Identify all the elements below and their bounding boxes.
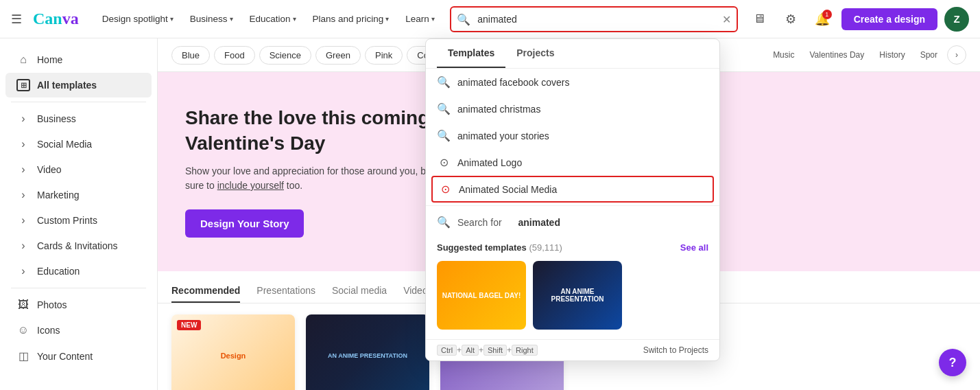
nav-center: 🔍 ✕ — [442, 6, 747, 32]
filter-tag-food[interactable]: Food — [214, 46, 255, 65]
search-icon: 🔍 — [437, 76, 451, 89]
dropdown-tab-projects[interactable]: Projects — [505, 39, 565, 68]
suggestion-animated-stories[interactable]: 🔍 animated your stories — [426, 122, 719, 149]
search-icon: 🔍 — [437, 216, 451, 229]
tab-presentations[interactable]: Presentations — [256, 279, 315, 303]
chevron-right-icon: › — [16, 113, 30, 125]
filter-tag-science[interactable]: Science — [259, 46, 311, 65]
search-clear-icon[interactable]: ✕ — [722, 12, 731, 25]
sidebar-item-social-media[interactable]: › Social Media — [5, 132, 152, 157]
nav-design-spotlight[interactable]: Design spotlight ▾ — [95, 10, 180, 28]
filter-tag-green[interactable]: Green — [315, 46, 361, 65]
nav-left: ☰ Canva Design spotlight ▾ Business ▾ Ed… — [11, 10, 442, 28]
sidebar-item-cards-invitations[interactable]: › Cards & Invitations — [5, 233, 152, 258]
suggested-header: Suggested templates (59,111) See all — [426, 236, 719, 257]
switch-to-projects-link[interactable]: Switch to Projects — [643, 345, 708, 355]
suggestion-animated-logo[interactable]: ⊙ Animated Logo — [426, 149, 719, 176]
user-avatar[interactable]: Z — [944, 7, 969, 32]
search-icon: 🔍 — [437, 102, 451, 115]
chevron-right-icon: › — [16, 214, 30, 227]
nav-right: 🖥 ⚙ 🔔 1 Create a design Z — [747, 7, 969, 32]
sidebar-item-business[interactable]: › Business — [5, 106, 152, 131]
filter-valentines-day-label[interactable]: Valentines Day — [804, 50, 870, 60]
monitor-icon-btn[interactable]: 🖥 — [747, 7, 772, 32]
top-navigation: ☰ Canva Design spotlight ▾ Business ▾ Ed… — [0, 0, 980, 38]
suggestion-animated-christmas[interactable]: 🔍 animated christmas — [426, 95, 719, 122]
search-icon: 🔍 — [437, 129, 451, 142]
see-all-link[interactable]: See all — [680, 242, 708, 253]
content-icon: ◫ — [16, 349, 30, 363]
nav-learn[interactable]: Learn ▾ — [398, 10, 442, 28]
create-design-button[interactable]: Create a design — [841, 8, 937, 30]
sidebar-item-custom-prints[interactable]: › Custom Prints — [5, 208, 152, 233]
sidebar-item-marketing[interactable]: › Marketing — [5, 183, 152, 207]
sidebar-item-home[interactable]: ⌂ Home — [5, 47, 152, 72]
canva-logo[interactable]: Canva — [33, 10, 79, 28]
search-input[interactable] — [450, 6, 738, 32]
filter-history-label[interactable]: History — [874, 50, 910, 60]
filter-tag-blue[interactable]: Blue — [171, 46, 210, 65]
tab-social-media[interactable]: Social media — [332, 279, 387, 303]
dropdown-tab-bar: Templates Projects — [426, 39, 719, 69]
search-wrapper: 🔍 ✕ — [450, 6, 738, 32]
suggested-card-bagel[interactable]: NATIONAL BAGEL DAY! — [437, 261, 526, 330]
chevron-down-icon: ▾ — [385, 15, 389, 23]
filter-tag-pink[interactable]: Pink — [365, 46, 403, 65]
chevron-right-icon: › — [16, 240, 30, 252]
suggestion-animated-social[interactable]: ⊙ Animated Social Media — [431, 176, 714, 203]
nav-business[interactable]: Business ▾ — [183, 10, 240, 28]
notification-badge: 1 — [822, 10, 832, 19]
new-badge: NEW — [177, 320, 201, 330]
chevron-down-icon: ▾ — [230, 15, 233, 23]
chevron-down-icon: ▾ — [170, 15, 174, 23]
sidebar-item-your-content[interactable]: ◫ Your Content — [5, 343, 152, 369]
template-card-1[interactable]: NEW Design — [171, 314, 295, 390]
dropdown-tab-templates[interactable]: Templates — [437, 39, 505, 68]
chevron-right-icon: › — [16, 138, 30, 150]
chevron-down-icon: ▾ — [293, 15, 296, 23]
hamburger-menu[interactable]: ☰ — [11, 12, 22, 27]
logo-icon: ⊙ — [437, 156, 451, 169]
chevron-down-icon: ▾ — [431, 15, 435, 23]
nav-links: Design spotlight ▾ Business ▾ Education … — [95, 10, 442, 28]
sidebar-item-all-templates[interactable]: ⊞ All templates — [5, 73, 152, 98]
nav-education[interactable]: Education ▾ — [243, 10, 303, 28]
suggested-card-anime[interactable]: AN ANIME PRESENTATION — [533, 261, 622, 330]
sidebar: ⌂ Home ⊞ All templates › Business › Soci… — [0, 38, 158, 390]
filter-scroll-right-btn[interactable]: › — [947, 45, 966, 65]
chevron-right-icon: › — [16, 265, 30, 277]
icons-icon: ☺ — [16, 324, 30, 336]
suggestion-animated-facebook[interactable]: 🔍 animated facebook covers — [426, 69, 719, 95]
suggested-cards-row: NATIONAL BAGEL DAY! AN ANIME PRESENTATIO… — [426, 257, 719, 339]
card-2-image: AN ANIME PRESENTATION — [306, 314, 429, 390]
filter-sports-label[interactable]: Spor — [915, 50, 943, 60]
design-your-story-button[interactable]: Design Your Story — [185, 209, 304, 238]
help-button[interactable]: ? — [939, 349, 966, 376]
search-dropdown: Templates Projects 🔍 animated facebook c… — [425, 38, 720, 361]
sidebar-item-photos[interactable]: 🖼 Photos — [5, 292, 152, 317]
sidebar-item-video[interactable]: › Video — [5, 157, 152, 182]
notifications-icon-btn[interactable]: 🔔 1 — [810, 7, 835, 32]
sidebar-item-education[interactable]: › Education — [5, 259, 152, 284]
sidebar-item-icons[interactable]: ☺ Icons — [5, 318, 152, 343]
settings-icon-btn[interactable]: ⚙ — [778, 7, 803, 32]
instagram-icon: ⊙ — [438, 183, 452, 196]
search-for-item[interactable]: 🔍 Search for animated — [426, 209, 719, 236]
grid-icon: ⊞ — [16, 79, 30, 91]
chevron-right-icon: › — [16, 163, 30, 176]
filter-music-label[interactable]: Music — [767, 50, 800, 60]
tab-recommended[interactable]: Recommended — [171, 279, 240, 303]
nav-plans-pricing[interactable]: Plans and pricing ▾ — [306, 10, 396, 28]
chevron-right-icon: › — [16, 189, 30, 201]
home-icon: ⌂ — [16, 54, 30, 66]
photos-icon: 🖼 — [16, 299, 30, 311]
template-card-2[interactable]: AN ANIME PRESENTATION — [306, 314, 429, 390]
keyboard-hint-bar: Ctrl+Alt+Shift+Right Switch to Projects — [426, 339, 719, 360]
